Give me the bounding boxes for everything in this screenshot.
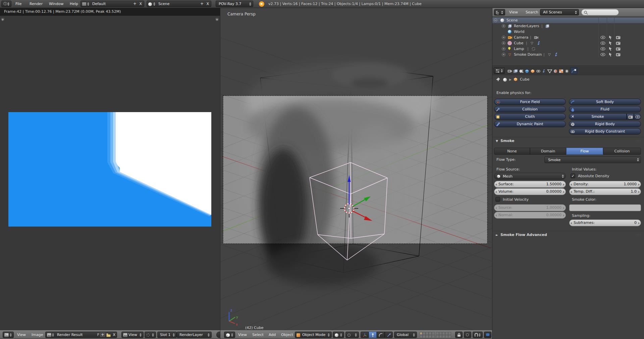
volume-slider[interactable]: Volume:0.00000 bbox=[494, 188, 566, 195]
image-menu-view[interactable]: View bbox=[17, 331, 26, 339]
smoke-mode-flow[interactable]: Flow bbox=[566, 148, 603, 155]
manipulator-scale[interactable] bbox=[385, 332, 393, 338]
orientation-selector[interactable]: Global bbox=[394, 332, 417, 338]
outliner-search-field[interactable] bbox=[581, 9, 619, 15]
viewport-3d[interactable]: Camera Persp z y x (42) Cube bbox=[220, 8, 492, 331]
manipulator-rotate[interactable] bbox=[377, 332, 385, 338]
breadcrumb-object-name[interactable]: Cube bbox=[520, 77, 529, 82]
smoke-render-toggle[interactable] bbox=[627, 113, 634, 120]
tab-scene[interactable] bbox=[519, 68, 524, 75]
pivot-selector-3d[interactable] bbox=[345, 332, 359, 338]
outliner-row-world[interactable]: World bbox=[492, 29, 644, 35]
tab-render-layers[interactable] bbox=[513, 68, 518, 75]
outliner-row-lamp[interactable]: + Lamp | bbox=[492, 46, 644, 52]
editor-type-button-info[interactable]: ⓘ bbox=[1, 1, 11, 7]
outliner-menu-search[interactable]: Search bbox=[526, 8, 538, 16]
flow-source-dropdown[interactable]: Mesh bbox=[494, 173, 566, 180]
expander-plus[interactable]: + bbox=[502, 36, 505, 39]
rigid-body-constraint-button[interactable]: Rigid Body Constraint bbox=[569, 128, 641, 135]
menu-help[interactable]: Help bbox=[70, 0, 78, 8]
panel-grip-icon2[interactable]: :::: bbox=[636, 233, 641, 237]
editor-type-button-3d[interactable] bbox=[224, 332, 235, 338]
open-image-icon[interactable] bbox=[106, 333, 111, 337]
soft-body-button[interactable]: Soft Body bbox=[569, 99, 641, 105]
smoke-panel-title[interactable]: Smoke bbox=[500, 139, 514, 143]
outliner-row-cube[interactable]: + ▽ Cube | ▽ bbox=[492, 40, 644, 46]
view3d-menu-view[interactable]: View bbox=[238, 331, 247, 339]
cursor-select-icon[interactable] bbox=[609, 52, 612, 57]
outliner-row-renderlayers[interactable]: + RenderLayers | bbox=[492, 23, 644, 29]
expander-plus[interactable]: + bbox=[502, 53, 505, 56]
screen-layout-selector[interactable]: Default + X bbox=[80, 1, 144, 7]
expander-plus[interactable]: + bbox=[502, 41, 505, 45]
divider-vertical-1[interactable] bbox=[220, 8, 220, 339]
tab-modifiers[interactable] bbox=[542, 68, 546, 75]
editor-type-button-outliner[interactable] bbox=[494, 9, 505, 15]
mode-selector[interactable]: Object Mode bbox=[295, 332, 332, 338]
source-slider[interactable]: Source:1.00000 bbox=[494, 204, 566, 211]
cloth-button[interactable]: Cloth bbox=[494, 113, 566, 120]
smoke-view-toggle[interactable] bbox=[634, 113, 641, 120]
image-menu-image[interactable]: Image bbox=[32, 331, 43, 339]
scene-close-button[interactable]: X bbox=[206, 2, 209, 6]
cursor-select-icon[interactable] bbox=[609, 35, 612, 40]
unlink-image-button[interactable]: X bbox=[113, 333, 115, 337]
menu-file[interactable]: File bbox=[15, 0, 21, 8]
tab-data[interactable] bbox=[547, 68, 552, 75]
tab-physics[interactable] bbox=[570, 67, 577, 74]
advanced-panel-title[interactable]: Smoke Flow Advanced bbox=[500, 233, 547, 237]
density-slider[interactable]: Density:1.0000 bbox=[569, 181, 641, 188]
slot-selector[interactable]: Slot 1 bbox=[157, 332, 177, 338]
uv-pivot-selector[interactable] bbox=[145, 332, 156, 338]
smoke-panel-collapse-icon[interactable]: ▼ bbox=[496, 139, 498, 143]
screen-layout-close-button[interactable]: X bbox=[139, 2, 142, 6]
advanced-collapse-icon[interactable]: ► bbox=[496, 233, 498, 237]
camera-render-icon[interactable] bbox=[616, 41, 621, 45]
outliner-item-label[interactable]: RenderLayers bbox=[514, 24, 539, 28]
screen-layout-add-button[interactable]: + bbox=[133, 1, 137, 6]
camera-render-icon[interactable] bbox=[616, 36, 621, 39]
outliner-item-label[interactable]: Scene bbox=[506, 18, 518, 22]
temp-diff-slider[interactable]: Temp. Diff.:1.0 bbox=[569, 188, 641, 195]
image-view-mode[interactable]: View bbox=[121, 332, 144, 338]
render-ogl-button[interactable] bbox=[484, 332, 491, 338]
image-datablock[interactable]: Render Result F + X bbox=[45, 332, 117, 338]
dynamic-paint-button[interactable]: Dynamic Paint bbox=[494, 121, 566, 127]
tab-material[interactable] bbox=[553, 68, 558, 75]
tab-particles[interactable] bbox=[565, 68, 569, 75]
render-engine-selector[interactable]: POV-Ray 3.7 bbox=[216, 1, 253, 7]
tab-render[interactable] bbox=[507, 68, 512, 75]
eye-icon[interactable] bbox=[600, 36, 605, 39]
force-field-button[interactable]: Force Field bbox=[494, 99, 566, 105]
expander-plus[interactable]: + bbox=[502, 47, 505, 51]
scene-selector[interactable]: Scene + X bbox=[147, 1, 211, 7]
eye-icon[interactable] bbox=[600, 47, 605, 51]
eye-icon[interactable] bbox=[600, 41, 605, 45]
expander-plus[interactable]: + bbox=[502, 24, 505, 28]
divider-vertical-2[interactable] bbox=[492, 8, 492, 339]
eye-icon[interactable] bbox=[600, 53, 605, 56]
region-expand-left[interactable]: + bbox=[1, 17, 5, 21]
outliner-row-scene[interactable]: − Scene bbox=[492, 17, 644, 23]
camera-render-icon[interactable] bbox=[616, 53, 621, 56]
lock-button[interactable] bbox=[455, 332, 463, 338]
subframes-slider[interactable]: Subframes:0 bbox=[569, 220, 641, 226]
outliner-item-label[interactable]: Cube bbox=[514, 41, 523, 45]
editor-type-button-image[interactable] bbox=[3, 332, 14, 338]
smoke-mode-none[interactable]: None bbox=[494, 148, 530, 155]
view3d-menu-add[interactable]: Add bbox=[269, 331, 276, 339]
manipulator-translate[interactable] bbox=[369, 332, 377, 338]
scene-add-button[interactable]: + bbox=[200, 1, 204, 6]
pin-icon[interactable] bbox=[496, 77, 500, 82]
panel-grip-icon[interactable]: :::: bbox=[636, 139, 641, 143]
outliner-filter-selector[interactable]: All Scenes bbox=[540, 9, 579, 15]
smoke-button[interactable]: ✕Smoke bbox=[569, 113, 627, 120]
normal-slider[interactable]: Normal:0.00000 bbox=[494, 212, 566, 219]
outliner-item-label[interactable]: World bbox=[514, 30, 525, 34]
flow-type-dropdown[interactable]: Smoke bbox=[544, 156, 641, 163]
tab-constraints[interactable] bbox=[536, 68, 541, 75]
outliner-row-smoke-domain[interactable]: + ▽ Smoke Domain | ▽ bbox=[492, 52, 644, 57]
view3d-menu-select[interactable]: Select bbox=[252, 331, 264, 339]
fake-user-button[interactable]: F bbox=[97, 333, 99, 337]
shading-selector[interactable] bbox=[333, 332, 344, 338]
